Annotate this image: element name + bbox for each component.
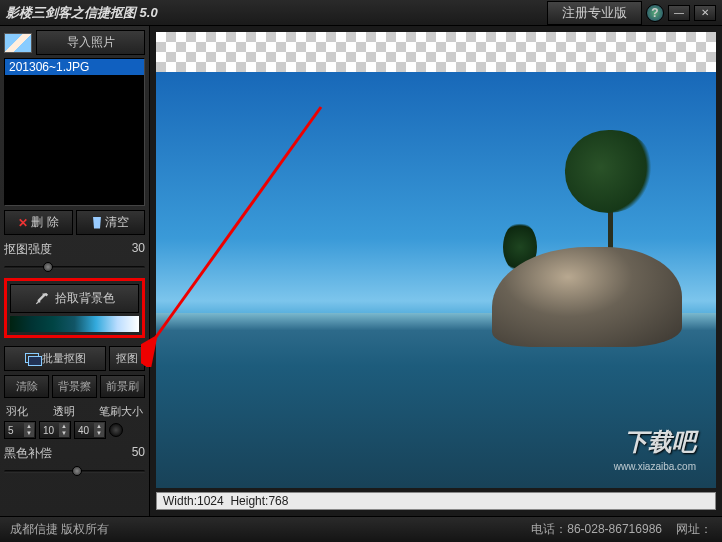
intensity-slider[interactable] (4, 260, 145, 274)
intensity-label: 抠图强度 (4, 241, 52, 258)
black-comp-slider[interactable] (4, 464, 145, 478)
pick-bg-section: 拾取背景色 (4, 278, 145, 338)
file-list-item[interactable]: 201306~1.JPG (5, 59, 144, 75)
canvas-area: 下载吧 www.xiazaiba.com Width:1024 Height:7… (150, 26, 722, 516)
canvas[interactable]: 下载吧 www.xiazaiba.com (156, 32, 716, 488)
dimension-bar: Width:1024 Height:768 (156, 492, 716, 510)
brush-label: 笔刷大小 (99, 404, 143, 419)
file-list[interactable]: 201306~1.JPG (4, 58, 145, 206)
batch-cut-button[interactable]: 批量抠图 (4, 346, 106, 371)
intensity-value: 30 (132, 241, 145, 258)
feather-stepper[interactable]: 5▲▼ (4, 421, 36, 439)
cut-button[interactable]: 抠图 (109, 346, 145, 371)
web-label: 网址： (676, 521, 712, 538)
close-button[interactable]: ✕ (694, 5, 716, 21)
brush-stepper[interactable]: 40▲▼ (74, 421, 106, 439)
fg-brush-button[interactable]: 前景刷 (100, 375, 145, 398)
layers-icon (25, 353, 39, 365)
help-button[interactable]: ? (646, 4, 664, 22)
eyedropper-icon (35, 292, 49, 306)
sidebar: 导入照片 201306~1.JPG ✕删 除 清空 抠图强度 30 拾取背景色 … (0, 26, 150, 516)
opacity-label: 透明 (53, 404, 75, 419)
watermark-url: www.xiazaiba.com (614, 461, 696, 472)
footer: 成都信捷 版权所有 电话：86-028-86716986 网址： (0, 516, 722, 542)
delete-button[interactable]: ✕删 除 (4, 210, 73, 235)
minimize-button[interactable]: — (668, 5, 690, 21)
copyright: 成都信捷 版权所有 (10, 521, 109, 538)
black-comp-label: 黑色补偿 (4, 445, 52, 462)
image-preview: 下载吧 www.xiazaiba.com (156, 72, 716, 488)
titlebar: 影楼三剑客之信捷抠图 5.0 注册专业版 ? — ✕ (0, 0, 722, 26)
clear-tool-button[interactable]: 清除 (4, 375, 49, 398)
x-icon: ✕ (18, 216, 28, 230)
import-photo-button[interactable]: 导入照片 (36, 30, 145, 55)
color-gradient-bar[interactable] (10, 316, 139, 332)
trash-icon (92, 217, 102, 229)
black-comp-value: 50 (132, 445, 145, 462)
clear-button[interactable]: 清空 (76, 210, 145, 235)
bg-erase-button[interactable]: 背景擦 (52, 375, 97, 398)
register-button[interactable]: 注册专业版 (547, 1, 642, 25)
feather-label: 羽化 (6, 404, 28, 419)
pick-background-button[interactable]: 拾取背景色 (10, 284, 139, 313)
brush-preview-icon (109, 423, 123, 437)
opacity-stepper[interactable]: 10▲▼ (39, 421, 71, 439)
app-title: 影楼三剑客之信捷抠图 5.0 (6, 4, 158, 22)
thumbnail-icon (4, 33, 32, 53)
phone-info: 电话：86-028-86716986 (531, 521, 662, 538)
watermark: 下载吧 (624, 426, 696, 458)
